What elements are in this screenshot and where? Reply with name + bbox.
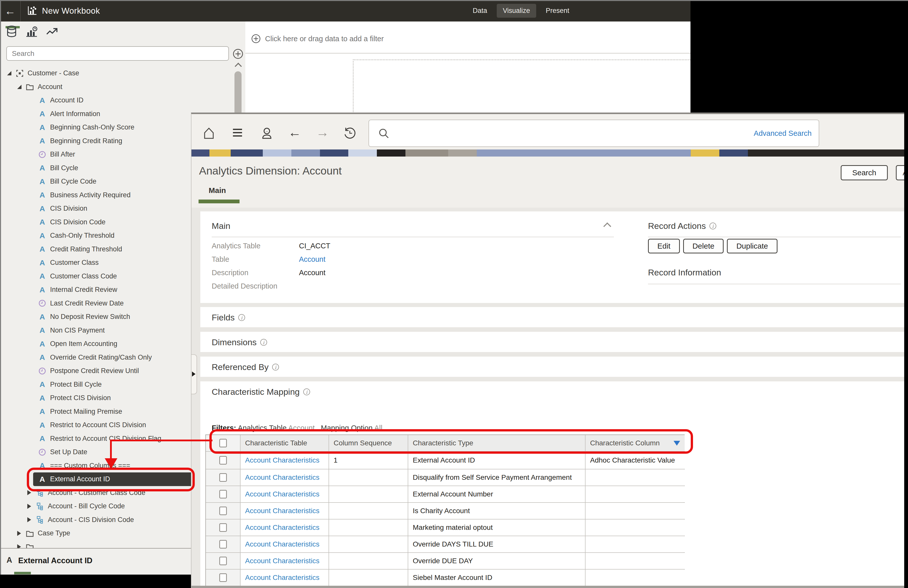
info-icon[interactable]: i [260, 339, 267, 346]
global-search-input[interactable] [394, 122, 736, 144]
column-sequence-cell: 1 [329, 452, 408, 469]
field-text-icon: A [38, 285, 47, 294]
tree-item-label: Restrict to Account CIS Division Flag [50, 435, 161, 443]
chart-clock-icon[interactable] [25, 25, 38, 39]
record-action-buttons: Edit Delete Duplicate [648, 239, 778, 253]
collapsed-arrow-icon[interactable] [17, 531, 21, 536]
tree-item-account[interactable]: Account [0, 80, 245, 94]
add-circle-icon [251, 34, 261, 44]
column-sequence-cell [329, 469, 408, 486]
user-icon[interactable]: ↔ [260, 127, 274, 141]
svg-text:↔: ↔ [265, 129, 268, 133]
tree-item-label: Account - Bill Cycle Code [48, 502, 125, 510]
expanded-arrow-icon[interactable] [17, 85, 21, 89]
row-checkbox[interactable] [219, 523, 227, 532]
advanced-search-link[interactable]: Advanced Search [754, 129, 811, 138]
tab-main[interactable]: Main [209, 186, 226, 195]
row-checkbox[interactable] [219, 574, 227, 582]
expanded-arrow-icon[interactable] [7, 71, 11, 76]
tree-item-label: Bill Cycle Code [50, 177, 97, 185]
tree-item-label: Internal Credit Review [50, 286, 118, 294]
expand-handle-icon[interactable] [191, 354, 197, 394]
tree-item-label: Protect Mailing Premise [50, 408, 122, 416]
field-label: Analytics Table [212, 242, 261, 250]
field-label: Detailed Description [212, 282, 277, 290]
characteristic-table-link[interactable]: Account Characteristics [245, 507, 319, 515]
row-checkbox[interactable] [219, 557, 227, 565]
tree-item-label: Credit Rating Threshold [50, 245, 122, 253]
characteristic-table-link[interactable]: Account Characteristics [245, 490, 319, 498]
annotation-highlight-table-row [209, 429, 693, 454]
database-icon[interactable] [6, 25, 18, 39]
tree-item-label: No Deposit Review Switch [50, 313, 130, 321]
section-fields[interactable]: Fieldsi [200, 307, 904, 327]
field-text-icon: A [38, 340, 47, 348]
back-arrow-icon: ← [5, 5, 16, 17]
section-referenced-by[interactable]: Referenced Byi [200, 357, 904, 377]
field-text-icon: A [38, 353, 47, 362]
tree-item-label: Postpone Credit Review Until [50, 367, 139, 375]
tab-visualize[interactable]: Visualize [497, 4, 536, 18]
edit-button[interactable]: Edit [648, 239, 680, 253]
characteristic-mapping-heading: Characteristic Mapping [212, 387, 300, 397]
characteristic-table-link[interactable]: Account Characteristics [245, 474, 319, 482]
analytics-dimension-window: ↔ ← → Advanced Search Analytics Dimensio… [191, 113, 904, 588]
field-text-icon: A [38, 123, 47, 132]
filter-bar[interactable]: Click here or drag data to add a filter [245, 21, 691, 54]
characteristic-column-cell [586, 570, 685, 586]
row-checkbox[interactable] [219, 456, 227, 465]
add-data-icon[interactable] [232, 48, 244, 61]
search-button[interactable]: Search [841, 165, 888, 180]
back-button[interactable]: ← [0, 0, 21, 21]
characteristic-table-link[interactable]: Account Characteristics [245, 524, 319, 532]
tree-item-account-id[interactable]: AAccount ID [0, 93, 245, 107]
field-value[interactable]: Account [299, 255, 325, 264]
data-panel-search-input[interactable] [6, 46, 229, 61]
section-dimensions[interactable]: Dimensionsi [200, 332, 904, 352]
info-icon[interactable]: i [272, 364, 279, 371]
duplicate-button[interactable]: Duplicate [727, 239, 777, 253]
row-checkbox[interactable] [219, 540, 227, 549]
info-icon[interactable]: i [303, 388, 310, 395]
menu-icon[interactable] [232, 127, 243, 140]
characteristic-type-cell: Is Charity Account [408, 503, 586, 519]
collapsed-arrow-icon[interactable] [27, 504, 31, 509]
collapsed-arrow-icon[interactable] [27, 517, 31, 522]
tree-item-label: Protect Bill Cycle [50, 381, 102, 388]
tab-data[interactable]: Data [467, 4, 493, 18]
horizontal-scrollbar[interactable] [192, 586, 904, 588]
table-row: Account CharacteristicsExternal Account … [206, 486, 684, 503]
collapse-chevron-icon[interactable] [603, 222, 611, 230]
characteristic-table-link[interactable]: Account Characteristics [245, 574, 319, 582]
field-text-icon: A [38, 313, 47, 321]
tab-present[interactable]: Present [540, 4, 575, 18]
field-label: Description [212, 269, 248, 277]
field-date-icon [38, 299, 47, 308]
trend-icon[interactable] [46, 26, 59, 38]
info-icon[interactable]: i [238, 314, 245, 321]
back-nav-icon[interactable]: ← [288, 125, 301, 140]
row-checkbox[interactable] [219, 473, 227, 482]
history-icon[interactable] [343, 127, 356, 141]
field-text-icon: A [38, 96, 47, 105]
characteristic-table-link[interactable]: Account Characteristics [245, 456, 319, 464]
row-checkbox-cell [206, 570, 240, 586]
row-checkbox[interactable] [219, 490, 227, 498]
field-text-icon: A [38, 231, 47, 240]
info-icon[interactable]: i [710, 222, 716, 229]
tree-item-label: Alert Information [50, 110, 100, 118]
characteristic-table-link[interactable]: Account Characteristics [245, 557, 319, 565]
collapsed-arrow-icon[interactable] [27, 490, 31, 495]
home-icon[interactable] [203, 127, 215, 141]
delete-button[interactable]: Delete [683, 239, 724, 253]
app-toolbar: ↔ ← → Advanced Search [192, 114, 904, 150]
truncated-button[interactable]: A [896, 165, 904, 180]
field-value: CI_ACCT [299, 242, 330, 250]
referenced-by-heading: Referenced By [212, 362, 269, 372]
field-text-icon: A [38, 272, 47, 280]
row-checkbox[interactable] [219, 507, 227, 515]
tree-item-customer-case[interactable]: Customer - Case [0, 66, 245, 80]
forward-nav-icon[interactable]: → [316, 125, 329, 140]
characteristic-table-link[interactable]: Account Characteristics [245, 540, 319, 548]
field-text-icon: A [38, 164, 47, 172]
